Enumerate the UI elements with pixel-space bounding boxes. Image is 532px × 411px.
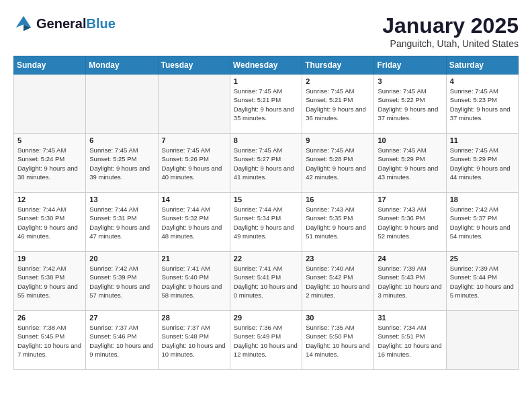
day-number: 24 xyxy=(378,255,442,263)
day-number: 9 xyxy=(306,136,370,144)
calendar-cell: 20Sunrise: 7:42 AM Sunset: 5:39 PM Dayli… xyxy=(86,252,158,311)
week-row-3: 12Sunrise: 7:44 AM Sunset: 5:30 PM Dayli… xyxy=(14,193,519,252)
calendar-cell: 28Sunrise: 7:37 AM Sunset: 5:48 PM Dayli… xyxy=(158,311,230,370)
calendar-cell: 11Sunrise: 7:45 AM Sunset: 5:29 PM Dayli… xyxy=(446,134,518,193)
day-number: 26 xyxy=(17,314,82,322)
calendar-cell: 4Sunrise: 7:45 AM Sunset: 5:23 PM Daylig… xyxy=(446,75,518,134)
logo: GeneralBlue xyxy=(13,13,116,34)
day-info: Sunrise: 7:45 AM Sunset: 5:26 PM Dayligh… xyxy=(162,146,226,181)
calendar-cell: 24Sunrise: 7:39 AM Sunset: 5:43 PM Dayli… xyxy=(374,252,446,311)
day-info: Sunrise: 7:45 AM Sunset: 5:21 PM Dayligh… xyxy=(234,87,298,122)
logo-icon xyxy=(13,13,34,34)
day-info: Sunrise: 7:45 AM Sunset: 5:25 PM Dayligh… xyxy=(89,146,154,181)
day-info: Sunrise: 7:37 AM Sunset: 5:46 PM Dayligh… xyxy=(89,323,154,359)
day-number: 31 xyxy=(378,314,442,322)
day-info: Sunrise: 7:40 AM Sunset: 5:42 PM Dayligh… xyxy=(306,264,370,300)
page-header: GeneralBlue January 2025 Panguitch, Utah… xyxy=(13,13,519,49)
day-info: Sunrise: 7:42 AM Sunset: 5:38 PM Dayligh… xyxy=(17,264,82,300)
calendar-cell: 27Sunrise: 7:37 AM Sunset: 5:46 PM Dayli… xyxy=(86,311,158,370)
day-info: Sunrise: 7:37 AM Sunset: 5:48 PM Dayligh… xyxy=(162,323,226,359)
day-number: 1 xyxy=(234,77,298,85)
day-number: 25 xyxy=(450,255,515,263)
header-day-friday: Friday xyxy=(374,56,446,75)
calendar-cell xyxy=(86,75,158,134)
week-row-2: 5Sunrise: 7:45 AM Sunset: 5:24 PM Daylig… xyxy=(14,134,519,193)
calendar-cell: 17Sunrise: 7:43 AM Sunset: 5:36 PM Dayli… xyxy=(374,193,446,252)
week-row-4: 19Sunrise: 7:42 AM Sunset: 5:38 PM Dayli… xyxy=(14,252,519,311)
header-day-monday: Monday xyxy=(86,56,158,75)
week-row-1: 1Sunrise: 7:45 AM Sunset: 5:21 PM Daylig… xyxy=(14,75,519,134)
day-info: Sunrise: 7:43 AM Sunset: 5:35 PM Dayligh… xyxy=(306,205,370,240)
calendar-cell: 12Sunrise: 7:44 AM Sunset: 5:30 PM Dayli… xyxy=(14,193,86,252)
day-number: 28 xyxy=(162,314,226,322)
calendar-cell: 8Sunrise: 7:45 AM Sunset: 5:27 PM Daylig… xyxy=(230,134,302,193)
day-info: Sunrise: 7:39 AM Sunset: 5:44 PM Dayligh… xyxy=(450,264,515,300)
day-info: Sunrise: 7:36 AM Sunset: 5:49 PM Dayligh… xyxy=(234,323,298,359)
day-number: 7 xyxy=(162,136,226,144)
day-info: Sunrise: 7:45 AM Sunset: 5:29 PM Dayligh… xyxy=(450,146,515,181)
day-info: Sunrise: 7:45 AM Sunset: 5:21 PM Dayligh… xyxy=(306,87,370,122)
header-day-wednesday: Wednesday xyxy=(230,56,302,75)
calendar-cell: 6Sunrise: 7:45 AM Sunset: 5:25 PM Daylig… xyxy=(86,134,158,193)
day-number: 8 xyxy=(234,136,298,144)
day-number: 27 xyxy=(89,314,154,322)
day-info: Sunrise: 7:45 AM Sunset: 5:29 PM Dayligh… xyxy=(378,146,442,181)
calendar-header: SundayMondayTuesdayWednesdayThursdayFrid… xyxy=(14,56,519,75)
day-number: 6 xyxy=(89,136,154,144)
calendar-cell: 19Sunrise: 7:42 AM Sunset: 5:38 PM Dayli… xyxy=(14,252,86,311)
calendar-cell: 26Sunrise: 7:38 AM Sunset: 5:45 PM Dayli… xyxy=(14,311,86,370)
day-number: 17 xyxy=(378,195,442,203)
calendar-cell: 18Sunrise: 7:42 AM Sunset: 5:37 PM Dayli… xyxy=(446,193,518,252)
header-day-tuesday: Tuesday xyxy=(158,56,230,75)
logo-blue: Blue xyxy=(86,16,115,31)
calendar-cell: 29Sunrise: 7:36 AM Sunset: 5:49 PM Dayli… xyxy=(230,311,302,370)
calendar-body: 1Sunrise: 7:45 AM Sunset: 5:21 PM Daylig… xyxy=(14,75,519,370)
day-number: 21 xyxy=(162,255,226,263)
header-day-thursday: Thursday xyxy=(302,56,374,75)
calendar-cell: 5Sunrise: 7:45 AM Sunset: 5:24 PM Daylig… xyxy=(14,134,86,193)
calendar-title: January 2025 xyxy=(382,13,519,38)
day-info: Sunrise: 7:45 AM Sunset: 5:28 PM Dayligh… xyxy=(306,146,370,181)
calendar-cell: 15Sunrise: 7:44 AM Sunset: 5:34 PM Dayli… xyxy=(230,193,302,252)
calendar-table: SundayMondayTuesdayWednesdayThursdayFrid… xyxy=(13,56,519,370)
calendar-cell: 3Sunrise: 7:45 AM Sunset: 5:22 PM Daylig… xyxy=(374,75,446,134)
day-number: 14 xyxy=(162,195,226,203)
day-info: Sunrise: 7:45 AM Sunset: 5:23 PM Dayligh… xyxy=(450,87,515,122)
day-number: 29 xyxy=(234,314,298,322)
header-day-saturday: Saturday xyxy=(446,56,518,75)
calendar-cell: 30Sunrise: 7:35 AM Sunset: 5:50 PM Dayli… xyxy=(302,311,374,370)
calendar-cell: 9Sunrise: 7:45 AM Sunset: 5:28 PM Daylig… xyxy=(302,134,374,193)
day-number: 15 xyxy=(234,195,298,203)
day-info: Sunrise: 7:42 AM Sunset: 5:39 PM Dayligh… xyxy=(89,264,154,300)
day-info: Sunrise: 7:44 AM Sunset: 5:32 PM Dayligh… xyxy=(162,205,226,240)
day-number: 3 xyxy=(378,77,442,85)
day-number: 18 xyxy=(450,195,515,203)
calendar-cell: 23Sunrise: 7:40 AM Sunset: 5:42 PM Dayli… xyxy=(302,252,374,311)
day-number: 22 xyxy=(234,255,298,263)
day-info: Sunrise: 7:45 AM Sunset: 5:24 PM Dayligh… xyxy=(17,146,82,181)
calendar-cell: 2Sunrise: 7:45 AM Sunset: 5:21 PM Daylig… xyxy=(302,75,374,134)
day-info: Sunrise: 7:41 AM Sunset: 5:40 PM Dayligh… xyxy=(162,264,226,300)
day-info: Sunrise: 7:44 AM Sunset: 5:30 PM Dayligh… xyxy=(17,205,82,240)
day-info: Sunrise: 7:34 AM Sunset: 5:51 PM Dayligh… xyxy=(378,323,442,359)
title-block: January 2025 Panguitch, Utah, United Sta… xyxy=(382,13,519,49)
calendar-cell: 10Sunrise: 7:45 AM Sunset: 5:29 PM Dayli… xyxy=(374,134,446,193)
day-info: Sunrise: 7:35 AM Sunset: 5:50 PM Dayligh… xyxy=(306,323,370,359)
day-number: 20 xyxy=(89,255,154,263)
calendar-cell: 1Sunrise: 7:45 AM Sunset: 5:21 PM Daylig… xyxy=(230,75,302,134)
day-info: Sunrise: 7:38 AM Sunset: 5:45 PM Dayligh… xyxy=(17,323,82,359)
day-info: Sunrise: 7:45 AM Sunset: 5:27 PM Dayligh… xyxy=(234,146,298,181)
day-info: Sunrise: 7:42 AM Sunset: 5:37 PM Dayligh… xyxy=(450,205,515,240)
calendar-cell xyxy=(446,311,518,370)
calendar-cell: 21Sunrise: 7:41 AM Sunset: 5:40 PM Dayli… xyxy=(158,252,230,311)
calendar-cell: 31Sunrise: 7:34 AM Sunset: 5:51 PM Dayli… xyxy=(374,311,446,370)
header-row: SundayMondayTuesdayWednesdayThursdayFrid… xyxy=(14,56,519,75)
day-number: 12 xyxy=(17,195,82,203)
calendar-cell: 14Sunrise: 7:44 AM Sunset: 5:32 PM Dayli… xyxy=(158,193,230,252)
calendar-cell: 16Sunrise: 7:43 AM Sunset: 5:35 PM Dayli… xyxy=(302,193,374,252)
day-info: Sunrise: 7:44 AM Sunset: 5:34 PM Dayligh… xyxy=(234,205,298,240)
calendar-cell: 22Sunrise: 7:41 AM Sunset: 5:41 PM Dayli… xyxy=(230,252,302,311)
day-number: 5 xyxy=(17,136,82,144)
day-number: 30 xyxy=(306,314,370,322)
day-number: 19 xyxy=(17,255,82,263)
